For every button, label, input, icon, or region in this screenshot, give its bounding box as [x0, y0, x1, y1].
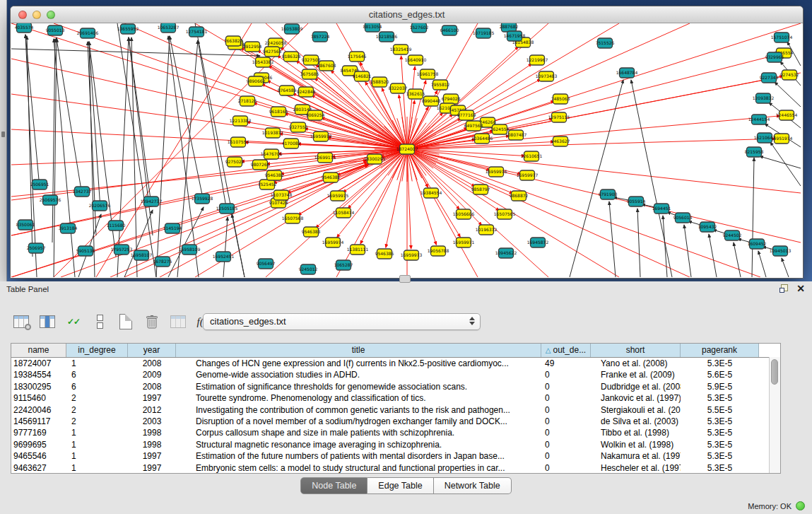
- close-window-button[interactable]: [18, 11, 27, 19]
- graph-node[interactable]: 1694451: [652, 204, 671, 214]
- graph-node[interactable]: 16945872: [527, 238, 549, 247]
- table-mode-icon[interactable]: [12, 313, 30, 331]
- graph-node[interactable]: 12610651: [521, 151, 543, 161]
- graph-node[interactable]: 16959976: [486, 167, 507, 177]
- network-view-window[interactable]: citations_edges.txt 18724007183002951938…: [10, 6, 804, 279]
- tab-network-table[interactable]: Network Table: [434, 477, 512, 494]
- graph-node[interactable]: 7485063: [551, 94, 570, 104]
- graph-node[interactable]: 2867608: [317, 61, 336, 71]
- graph-node[interactable]: 12219967: [526, 55, 548, 65]
- graph-node[interactable]: 20364486: [471, 134, 493, 144]
- graph-node[interactable]: 1678275: [153, 257, 172, 267]
- graph-node[interactable]: 10196372: [476, 225, 498, 235]
- column-header-pagerank[interactable]: pagerank: [681, 344, 759, 357]
- graph-node[interactable]: 16053809: [281, 24, 303, 34]
- column-header-out-de-[interactable]: △out_de...: [541, 344, 591, 357]
- graph-node[interactable]: 9546381: [322, 173, 341, 182]
- table-row[interactable]: 946554611997Estimation of the future num…: [11, 450, 780, 462]
- graph-node[interactable]: 19056788: [428, 246, 449, 256]
- table-row[interactable]: 1830029562008Estimation of significance …: [11, 381, 780, 392]
- graph-node[interactable]: 4035574: [15, 23, 34, 33]
- graph-node[interactable]: 9890662: [247, 76, 266, 86]
- graph-node[interactable]: 8912954: [243, 42, 262, 52]
- graph-node[interactable]: 18325419: [390, 45, 412, 54]
- network-graph-canvas[interactable]: 1872400718300295193845542242004689129548…: [11, 23, 801, 277]
- graph-node[interactable]: 8813054: [363, 23, 382, 32]
- graph-node[interactable]: 7525452: [258, 180, 277, 189]
- graph-node[interactable]: 3913184: [59, 223, 78, 233]
- graph-node[interactable]: 16958109: [179, 245, 201, 255]
- table-row[interactable]: 946362711997Embryonic stem cells: a mode…: [11, 462, 780, 474]
- graph-node[interactable]: 12975115: [548, 112, 570, 122]
- graph-node[interactable]: 16959974: [322, 238, 344, 247]
- tab-node-table[interactable]: Node Table: [300, 477, 367, 494]
- graph-node[interactable]: 17359928: [192, 194, 213, 204]
- graph-node[interactable]: 10699175: [314, 153, 336, 163]
- graph-node[interactable]: 16959973: [401, 250, 423, 260]
- graph-node[interactable]: 20206576: [89, 201, 111, 211]
- graph-node[interactable]: 12446554: [776, 110, 798, 120]
- graph-node[interactable]: 5905136: [76, 246, 95, 256]
- graph-node[interactable]: 10945622: [495, 248, 517, 258]
- graph-node[interactable]: 16959977: [517, 170, 539, 180]
- show-columns-icon[interactable]: [38, 313, 57, 331]
- graph-node[interactable]: 16648784: [616, 68, 638, 78]
- graph-node[interactable]: 14671958: [504, 31, 526, 41]
- graph-node[interactable]: 16959971: [453, 238, 475, 247]
- graph-node[interactable]: 9463627: [551, 136, 570, 146]
- graph-node[interactable]: 1609452: [748, 239, 767, 249]
- graph-node[interactable]: 11381111: [347, 245, 369, 255]
- graph-node[interactable]: 9807266: [251, 160, 270, 170]
- graph-node[interactable]: 1175646: [348, 52, 367, 62]
- graph-node[interactable]: 8350061: [16, 220, 35, 230]
- graph-node[interactable]: 9546382: [265, 170, 284, 180]
- graph-node[interactable]: 2506957: [27, 243, 46, 253]
- graph-node[interactable]: 2887682: [500, 23, 519, 32]
- graph-node[interactable]: 16640910: [405, 55, 427, 65]
- graph-node[interactable]: 1065287: [334, 260, 353, 270]
- graph-node[interactable]: 16210643: [754, 133, 776, 143]
- close-panel-icon[interactable]: ✕: [796, 284, 805, 293]
- graph-node[interactable]: 9227343: [760, 73, 779, 83]
- graph-node[interactable]: 9274532: [780, 70, 799, 80]
- graph-node[interactable]: 17957253: [111, 245, 133, 255]
- panel-resize-grip[interactable]: [399, 275, 411, 283]
- graph-node[interactable]: 16107554: [228, 137, 249, 147]
- graph-node[interactable]: 6466100: [440, 25, 459, 35]
- graph-node[interactable]: 16952451: [213, 252, 235, 262]
- graph-node[interactable]: 20691406: [77, 28, 99, 38]
- graph-node[interactable]: 8322037: [389, 83, 408, 93]
- column-header-year[interactable]: year: [128, 344, 176, 357]
- graph-node[interactable]: 9055013: [46, 25, 65, 35]
- window-titlebar[interactable]: citations_edges.txt: [11, 6, 803, 23]
- graph-node[interactable]: 2718126: [238, 96, 257, 106]
- table-row[interactable]: 969969511998Structural magnetic resonanc…: [11, 439, 780, 450]
- graph-node[interactable]: 7955812: [431, 80, 450, 90]
- graph-node[interactable]: 1342737: [73, 187, 92, 197]
- graph-node[interactable]: 6794028: [442, 94, 461, 104]
- new-table-icon[interactable]: [117, 313, 135, 331]
- graph-node[interactable]: 9242844: [297, 87, 316, 97]
- graph-node[interactable]: 8186328: [282, 52, 301, 62]
- graph-node[interactable]: 8215958: [745, 147, 764, 157]
- column-header-in-degree[interactable]: in_degree: [66, 344, 128, 357]
- graph-node[interactable]: 10218586: [376, 32, 398, 42]
- graph-node[interactable]: 1362615: [406, 89, 425, 99]
- select-rows-icon[interactable]: ✓✓: [64, 313, 83, 331]
- graph-node[interactable]: 9055914: [627, 197, 646, 206]
- graph-node[interactable]: 9327552: [289, 122, 308, 132]
- table-row[interactable]: 911546021997Tourette syndrome. Phenomeno…: [11, 392, 780, 404]
- graph-node[interactable]: 9427563: [263, 47, 282, 57]
- graph-node[interactable]: 16507565: [494, 209, 516, 219]
- graph-node[interactable]: 1588520: [370, 77, 389, 87]
- graph-node[interactable]: 13942737: [141, 197, 163, 206]
- graph-node[interactable]: 1527602: [410, 23, 429, 33]
- graph-node[interactable]: 9858797: [471, 185, 490, 194]
- graph-node[interactable]: 1115680: [107, 221, 126, 230]
- table-row[interactable]: 1872400712008Changes of HCN gene express…: [11, 358, 780, 369]
- graph-node[interactable]: 7857224: [311, 32, 330, 42]
- graph-node[interactable]: 9146821: [353, 71, 372, 81]
- table-row[interactable]: 1938455462009Genome-wide association stu…: [11, 369, 780, 380]
- float-panel-icon[interactable]: [779, 284, 788, 293]
- graph-node[interactable]: 10653287: [158, 23, 180, 33]
